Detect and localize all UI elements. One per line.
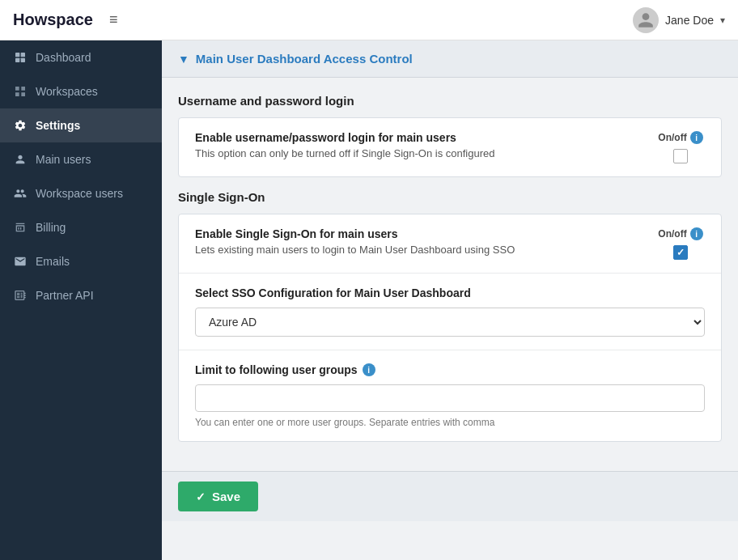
content-area: Username and password login Enable usern… xyxy=(162,78,738,471)
sidebar-label-partner-api: Partner API xyxy=(36,289,94,302)
sidebar-label-emails: Emails xyxy=(36,255,70,268)
sso-enable-row: Enable Single Sign-On for main users Let… xyxy=(179,214,721,273)
sidebar: Dashboard Workspaces Settings Main users xyxy=(0,40,162,560)
billing-icon xyxy=(13,220,28,235)
sso-config-select[interactable]: Azure AD Google Okta xyxy=(195,308,705,337)
password-login-checkbox[interactable] xyxy=(673,149,688,163)
main-users-icon xyxy=(13,152,28,167)
svg-rect-2 xyxy=(15,58,19,62)
sidebar-label-main-users: Main users xyxy=(36,153,91,166)
sidebar-item-settings[interactable]: Settings xyxy=(0,108,162,142)
svg-rect-1 xyxy=(21,53,25,57)
workspace-users-icon xyxy=(13,186,28,201)
main-content: ▼ Main User Dashboard Access Control Use… xyxy=(162,40,738,560)
sidebar-item-billing[interactable]: Billing xyxy=(0,210,162,244)
sso-enable-control: On/off i xyxy=(656,227,705,260)
sso-config-label: Select SSO Configuration for Main User D… xyxy=(195,286,705,299)
sidebar-label-billing: Billing xyxy=(36,221,66,234)
svg-rect-0 xyxy=(15,53,19,57)
password-login-content: Enable username/password login for main … xyxy=(195,131,656,159)
hamburger-icon[interactable]: ≡ xyxy=(109,11,118,28)
user-groups-sub: Limit to following user groups i You can… xyxy=(179,350,721,441)
sidebar-item-workspaces[interactable]: Workspaces xyxy=(0,74,162,108)
workspaces-icon xyxy=(13,84,28,99)
section-header-title: Main User Dashboard Access Control xyxy=(196,52,413,66)
sso-onoff-label: On/off i xyxy=(658,227,702,240)
user-dropdown-icon[interactable]: ▾ xyxy=(720,15,725,26)
top-nav-left: Howspace ≡ xyxy=(13,11,117,29)
user-groups-hint: You can enter one or more user groups. S… xyxy=(195,417,705,428)
partner-api-icon xyxy=(13,288,28,303)
app-logo: Howspace xyxy=(13,11,93,29)
section-header: ▼ Main User Dashboard Access Control xyxy=(162,40,738,78)
sso-config-sub: Select SSO Configuration for Main User D… xyxy=(179,273,721,350)
sidebar-item-workspace-users[interactable]: Workspace users xyxy=(0,176,162,210)
checkmark-icon: ✓ xyxy=(196,490,206,503)
sidebar-label-workspaces: Workspaces xyxy=(36,85,98,98)
sso-info-icon[interactable]: i xyxy=(690,227,703,240)
save-button-bar: ✓ Save xyxy=(162,471,738,521)
top-nav-right: Jane Doe ▾ xyxy=(633,7,725,33)
svg-rect-3 xyxy=(21,58,25,62)
sso-enable-checkbox[interactable] xyxy=(673,245,688,260)
username-label: Jane Doe xyxy=(665,14,714,27)
sso-enable-label: Enable Single Sign-On for main users xyxy=(195,227,656,240)
emails-icon xyxy=(13,254,28,269)
dashboard-icon xyxy=(13,50,28,65)
avatar xyxy=(633,7,659,33)
sso-panel: Enable Single Sign-On for main users Let… xyxy=(178,214,722,442)
sso-section-title: Single Sign-On xyxy=(178,190,722,204)
sidebar-item-partner-api[interactable]: Partner API xyxy=(0,278,162,312)
username-password-section-title: Username and password login xyxy=(178,94,722,108)
top-nav: Howspace ≡ Jane Doe ▾ xyxy=(0,0,738,40)
user-groups-label: Limit to following user groups i xyxy=(195,363,705,376)
password-login-row: Enable username/password login for main … xyxy=(179,118,721,176)
sidebar-label-dashboard: Dashboard xyxy=(36,51,91,64)
sso-enable-content: Enable Single Sign-On for main users Let… xyxy=(195,227,656,256)
password-login-desc: This option can only be turned off if Si… xyxy=(195,147,656,159)
save-button[interactable]: ✓ Save xyxy=(178,482,258,511)
user-groups-info-icon[interactable]: i xyxy=(363,363,375,376)
sidebar-label-workspace-users: Workspace users xyxy=(36,187,123,200)
password-login-control: On/off i xyxy=(656,131,705,163)
username-password-panel: Enable username/password login for main … xyxy=(178,117,722,177)
sidebar-label-settings: Settings xyxy=(36,119,80,132)
sidebar-item-dashboard[interactable]: Dashboard xyxy=(0,40,162,74)
sidebar-item-emails[interactable]: Emails xyxy=(0,244,162,278)
user-groups-input[interactable] xyxy=(195,384,705,412)
sso-enable-desc: Lets existing main users to login to Mai… xyxy=(195,244,656,256)
chevron-down-icon: ▼ xyxy=(178,53,189,66)
settings-icon xyxy=(13,118,28,133)
app-body: Dashboard Workspaces Settings Main users xyxy=(0,40,738,560)
password-login-label: Enable username/password login for main … xyxy=(195,131,656,144)
password-info-icon[interactable]: i xyxy=(690,131,703,144)
save-button-label: Save xyxy=(212,490,240,503)
password-onoff-label: On/off i xyxy=(658,131,702,144)
sidebar-item-main-users[interactable]: Main users xyxy=(0,142,162,176)
